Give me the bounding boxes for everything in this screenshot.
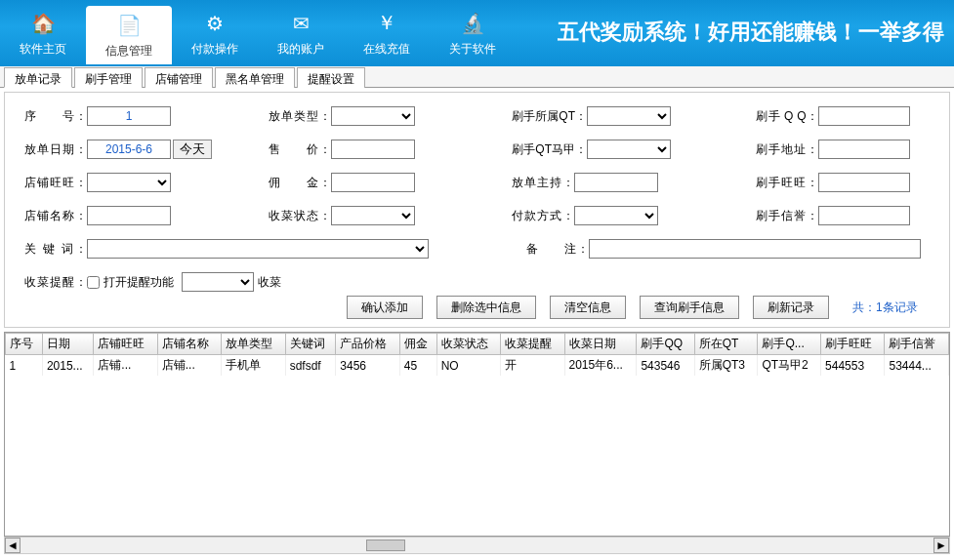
grid-header[interactable]: 收菜提醒 <box>501 334 564 355</box>
scroll-left-arrow-icon[interactable]: ◄ <box>5 538 21 553</box>
commission-label: 佣 金 <box>269 175 331 191</box>
toolbar-label: 软件主页 <box>20 41 66 58</box>
remind-suffix: 收菜 <box>258 274 281 291</box>
microscope-icon: 🔬 <box>459 10 486 37</box>
toolbar-label: 信息管理 <box>105 43 152 60</box>
grid-header[interactable]: 收菜状态 <box>436 334 500 355</box>
toolbar-label: 我的账户 <box>277 41 324 58</box>
addr-input[interactable] <box>818 140 910 159</box>
tab-blacklist[interactable]: 黑名单管理 <box>215 67 295 88</box>
table-cell: 所属QT3 <box>694 355 758 377</box>
table-cell: 45 <box>399 355 436 377</box>
grid-header[interactable]: 刷手旺旺 <box>821 334 885 355</box>
grid-header[interactable]: 序号 <box>6 334 43 355</box>
remark-label: 备 注 <box>526 241 589 258</box>
status-select[interactable] <box>331 206 415 225</box>
table-cell: 1 <box>6 355 43 377</box>
host-input[interactable] <box>574 173 658 192</box>
today-button[interactable]: 今天 <box>173 140 212 159</box>
toolbar-info[interactable]: 📄 信息管理 <box>86 6 172 64</box>
shopname-label: 店铺名称 <box>24 208 87 224</box>
toolbar-recharge[interactable]: ￥ 在线充值 <box>344 4 430 62</box>
shopww-label: 店铺旺旺 <box>24 175 87 191</box>
date-label: 放单日期 <box>24 141 87 158</box>
seq-label: 序 号 <box>24 108 87 125</box>
date-input[interactable] <box>87 140 171 159</box>
clear-button[interactable]: 清空信息 <box>550 296 626 319</box>
status-label: 收菜状态 <box>269 208 331 224</box>
table-cell: sdfsdf <box>285 355 336 377</box>
grid-header[interactable]: 收菜日期 <box>564 334 637 355</box>
commission-input[interactable] <box>331 173 415 192</box>
tab-records[interactable]: 放单记录 <box>4 67 72 88</box>
table-cell: 店铺... <box>157 355 221 377</box>
pay-select[interactable] <box>574 206 658 225</box>
table-cell: 544553 <box>821 355 885 377</box>
seq-input[interactable] <box>87 106 171 126</box>
grid-header[interactable]: 店铺旺旺 <box>94 334 157 355</box>
delete-button[interactable]: 删除选中信息 <box>436 296 536 319</box>
horizontal-scrollbar[interactable]: ◄ ► <box>4 537 950 554</box>
toolbar-label: 在线充值 <box>363 41 410 58</box>
grid-header[interactable]: 刷手Q... <box>758 334 821 355</box>
type-select[interactable] <box>331 106 415 126</box>
grid-header[interactable]: 刷手QQ <box>637 334 694 355</box>
shopww-select[interactable] <box>87 173 171 192</box>
toolbar-about[interactable]: 🔬 关于软件 <box>430 4 516 62</box>
table-cell: 店铺... <box>94 355 157 377</box>
grid-header[interactable]: 店铺名称 <box>157 334 221 355</box>
scroll-right-arrow-icon[interactable]: ► <box>933 538 949 553</box>
remind-select[interactable] <box>182 272 254 292</box>
query-button[interactable]: 查询刷手信息 <box>640 296 739 319</box>
data-grid[interactable]: 序号日期店铺旺旺店铺名称放单类型关键词产品价格佣金收菜状态收菜提醒收菜日期刷手Q… <box>4 332 950 537</box>
ww-input[interactable] <box>818 173 910 192</box>
host-label: 放单主持 <box>512 175 574 191</box>
document-icon: 📄 <box>115 12 143 39</box>
confirm-button[interactable]: 确认添加 <box>347 296 423 319</box>
price-input[interactable] <box>331 140 415 159</box>
grid-header[interactable]: 产品价格 <box>336 334 399 355</box>
grid-header[interactable]: 日期 <box>42 334 93 355</box>
table-cell: 手机单 <box>222 355 285 377</box>
ww-label: 刷手旺旺 <box>756 175 818 191</box>
mail-icon: ✉ <box>287 10 314 37</box>
keyword-select[interactable] <box>87 239 429 259</box>
tab-shuashou[interactable]: 刷手管理 <box>74 67 143 88</box>
toolbar-account[interactable]: ✉ 我的账户 <box>258 4 344 62</box>
qtma-select[interactable] <box>587 140 671 159</box>
addr-label: 刷手地址 <box>756 141 818 158</box>
refresh-button[interactable]: 刷新记录 <box>753 296 829 319</box>
shopname-input[interactable] <box>87 206 171 225</box>
table-cell: 开 <box>501 355 564 377</box>
grid-header[interactable]: 刷手信誉 <box>885 334 949 355</box>
table-row[interactable]: 12015...店铺...店铺...手机单sdfsdf345645NO开2015… <box>6 355 949 377</box>
remind-checkbox[interactable] <box>87 276 100 289</box>
toolbar-label: 关于软件 <box>449 41 496 58</box>
pay-label: 付款方式 <box>512 208 574 224</box>
type-label: 放单类型 <box>269 108 331 125</box>
tab-shop[interactable]: 店铺管理 <box>145 67 213 88</box>
table-cell: QT马甲2 <box>758 355 821 377</box>
credit-input[interactable] <box>818 206 910 225</box>
table-cell: 3456 <box>336 355 399 377</box>
toolbar-label: 付款操作 <box>191 41 238 58</box>
toolbar-pay[interactable]: ⚙ 付款操作 <box>172 4 258 62</box>
grid-header[interactable]: 所在QT <box>694 334 758 355</box>
credit-label: 刷手信誉 <box>756 208 818 224</box>
price-label: 售 价 <box>269 141 331 158</box>
grid-header[interactable]: 放单类型 <box>222 334 285 355</box>
table-cell: 53444... <box>885 355 949 377</box>
table-cell: 2015... <box>42 355 93 377</box>
scroll-thumb[interactable] <box>366 540 405 551</box>
home-icon: 🏠 <box>29 10 57 37</box>
grid-header[interactable]: 关键词 <box>285 334 336 355</box>
qq-input[interactable] <box>818 106 910 126</box>
remark-input[interactable] <box>589 239 921 259</box>
table-cell: NO <box>436 355 500 377</box>
grid-header[interactable]: 佣金 <box>399 334 436 355</box>
qt-select[interactable] <box>587 106 671 126</box>
yen-icon: ￥ <box>373 10 400 37</box>
banner-title: 五代奖励系统！好用还能赚钱！一举多得 <box>558 18 944 47</box>
tab-remind[interactable]: 提醒设置 <box>297 67 365 88</box>
toolbar-home[interactable]: 🏠 软件主页 <box>0 4 86 62</box>
